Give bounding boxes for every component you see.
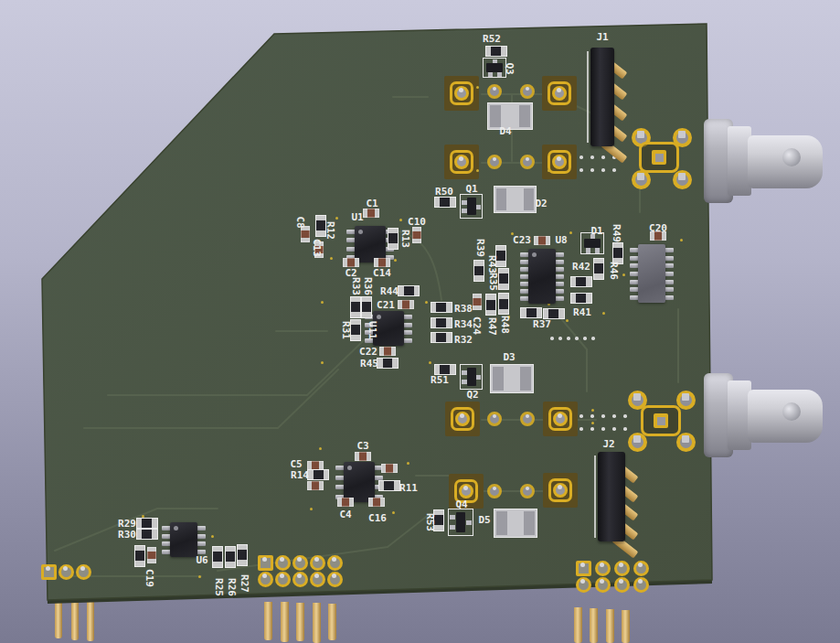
smd-resistor	[350, 296, 361, 318]
ic-pin	[197, 526, 206, 530]
ic-pin1-dot	[532, 252, 537, 257]
silkscreen-label-r41: R41	[573, 307, 591, 317]
ic-pin	[555, 252, 564, 257]
micro-via	[591, 409, 594, 412]
edge-pad-glint	[262, 573, 267, 578]
silkscreen-dot	[623, 427, 627, 431]
silkscreen-label-c21: C21	[377, 300, 395, 310]
silkscreen-label-c14: C14	[373, 268, 391, 278]
smd-resistor	[570, 293, 592, 304]
ic-pin	[403, 338, 412, 343]
silkscreen-label-r30: R30	[118, 530, 136, 540]
micro-via	[680, 239, 683, 241]
silkscreen-label-r13: R13	[400, 230, 410, 248]
ic-pin	[403, 315, 412, 319]
smd-resistor	[307, 469, 329, 480]
silkscreen-label-q1: Q1	[465, 184, 477, 194]
micro-via	[335, 217, 338, 220]
ic-pin	[665, 248, 674, 252]
ic-pin	[665, 295, 674, 300]
silkscreen-dot	[590, 155, 594, 159]
smd-capacitor	[381, 464, 398, 473]
silkscreen-label-r45: R45	[360, 359, 378, 369]
smd-capacitor	[379, 347, 396, 356]
edge-pad-glint	[619, 579, 623, 584]
micro-via	[211, 535, 214, 538]
ic-pin	[665, 287, 674, 292]
bnc-mount-pin	[637, 173, 644, 180]
ic-pin	[555, 260, 564, 264]
silkscreen-label-d3: D3	[503, 352, 515, 362]
bnc-mount-pin	[633, 435, 641, 443]
micro-via	[198, 575, 201, 578]
pin-header-body	[598, 452, 625, 541]
smd-resistor	[431, 302, 452, 313]
ic-pin	[665, 280, 674, 284]
ic-pin1-dot	[174, 526, 178, 530]
edge-pad-glint	[580, 563, 585, 567]
smd-capacitor	[337, 498, 354, 507]
silkscreen-label-r53: R53	[425, 513, 435, 531]
via-glint	[526, 87, 529, 91]
silkscreen-label-r27: R27	[239, 574, 250, 593]
edge-pad-glint	[314, 557, 319, 562]
ic-pin	[197, 534, 206, 539]
via-glint	[493, 487, 496, 490]
bnc-signal-pin	[655, 154, 664, 162]
silkscreen-label-r48: R48	[500, 316, 510, 334]
silkscreen-label-q3: Q3	[505, 62, 515, 74]
micro-via	[429, 361, 431, 364]
silkscreen-dot	[583, 337, 587, 340]
sot23-stub	[450, 515, 455, 520]
silkscreen-dot	[591, 337, 595, 340]
silkscreen-label-r29: R29	[118, 519, 136, 529]
smd-resistor	[570, 276, 592, 287]
micro-via	[476, 86, 479, 89]
bnc-mount-pin	[678, 173, 686, 180]
smd-capacitor	[374, 258, 390, 267]
sot23-body	[456, 512, 465, 532]
via-glint	[493, 87, 496, 91]
ic-chip	[638, 244, 665, 303]
silkscreen-label-u8: U8	[555, 235, 567, 245]
pin-header-body	[590, 48, 614, 146]
silkscreen-label-u1: U1	[351, 212, 363, 222]
silkscreen-dot	[601, 155, 605, 159]
silkscreen-label-j1: J1	[596, 32, 608, 42]
via-glint	[526, 487, 529, 490]
edge-pad-glint	[638, 579, 643, 584]
silkscreen-dot	[579, 427, 583, 431]
silkscreen-label-c1: C1	[366, 198, 377, 209]
pad-pin-glint	[459, 156, 463, 161]
edge-pad-glint	[80, 566, 85, 571]
diode-terminal	[496, 511, 507, 535]
silkscreen-dot	[579, 168, 583, 172]
silkscreen-label-c2: C2	[345, 268, 356, 278]
silkscreen-label-c20: C20	[649, 223, 667, 233]
ic-pin	[665, 256, 674, 261]
sot23-body	[467, 198, 476, 215]
ic-pin	[197, 541, 206, 546]
bnc-bayonet-stud	[782, 402, 801, 421]
edge-pad-glint	[297, 557, 302, 562]
silkscreen-label-c8: C8	[295, 216, 305, 228]
diode-terminal	[490, 105, 501, 127]
micro-via	[310, 508, 313, 510]
silkscreen-dot	[601, 427, 605, 431]
pcb-3d-viewport[interactable]: R52Q3J1D4R50Q1D2C1U1C10C8R12C13R13C2C14R…	[0, 0, 840, 643]
smd-resistor	[350, 319, 361, 341]
sot23-stub	[475, 205, 481, 209]
header-silk-line	[594, 455, 596, 538]
smd-resistor	[398, 285, 420, 296]
micro-via	[602, 312, 605, 315]
bnc-mount-pin	[678, 131, 686, 138]
micro-via	[407, 462, 409, 465]
micro-via	[321, 361, 324, 364]
smd-resistor	[593, 258, 604, 280]
micro-via	[569, 231, 572, 234]
smd-capacitor	[368, 498, 385, 507]
silkscreen-label-c22: C22	[359, 347, 377, 357]
silkscreen-dot	[575, 337, 579, 340]
smd-resistor	[237, 544, 248, 566]
silkscreen-label-q4: Q4	[455, 499, 467, 509]
